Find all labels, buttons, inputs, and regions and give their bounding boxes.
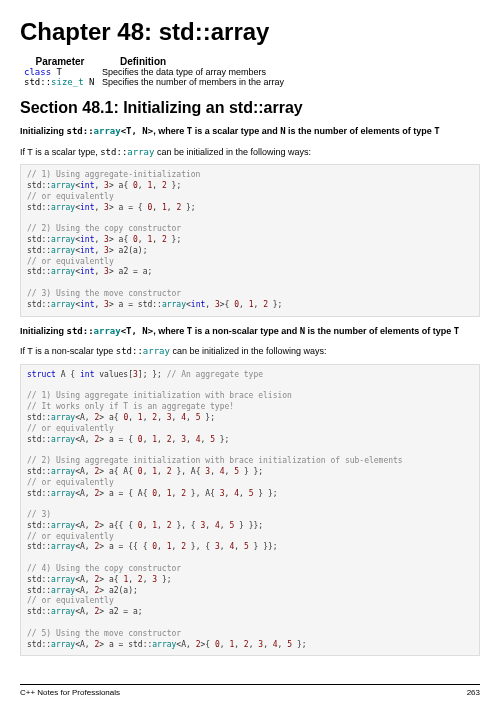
para-scalar-ways: If T is a scalar type, std::array can be… — [20, 146, 480, 159]
footer-page-number: 263 — [467, 688, 480, 697]
th-definition: Definition — [100, 56, 166, 67]
footer-book-title: C++ Notes for Professionals — [20, 688, 120, 697]
section-title: Section 48.1: Initializing an std::array — [20, 99, 480, 117]
page-footer: C++ Notes for Professionals 263 — [20, 684, 480, 697]
td-param-2: std::size_t N — [20, 77, 100, 87]
parameter-table: Parameter Definition class T Specifies t… — [20, 56, 480, 87]
th-parameter: Parameter — [20, 56, 100, 67]
para-nonscalar-ways: If T is a non-scalar type std::array can… — [20, 345, 480, 358]
para-init-nonscalar: Initializing std::array<T, N>, where T i… — [20, 325, 480, 338]
td-param-1: class T — [20, 67, 100, 77]
td-def-2: Specifies the number of members in the a… — [100, 77, 284, 87]
code-block-1: // 1) Using aggregate-initialization std… — [20, 164, 480, 316]
code-block-2: struct A { int values[3]; }; // An aggre… — [20, 364, 480, 657]
td-def-1: Specifies the data type of array members — [100, 67, 266, 77]
para-init-scalar: Initializing std::array<T, N>, where T i… — [20, 125, 480, 138]
chapter-title: Chapter 48: std::array — [20, 18, 480, 46]
